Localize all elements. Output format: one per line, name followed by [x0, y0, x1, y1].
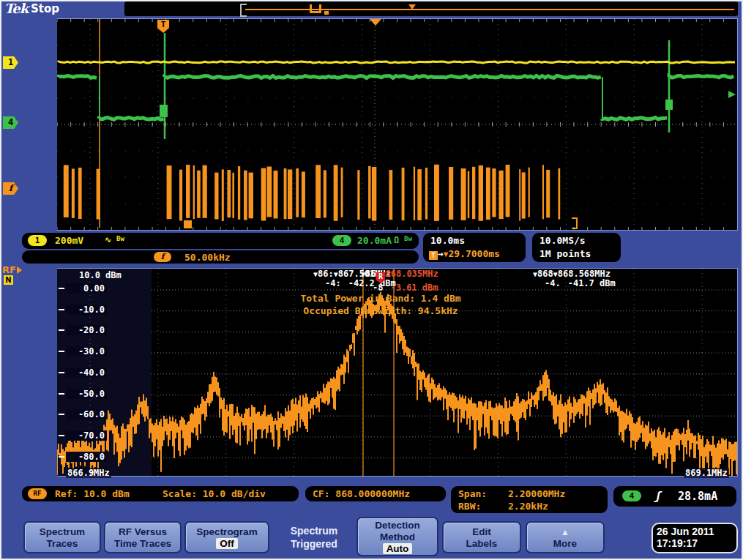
button-label: Time Traces: [105, 538, 180, 549]
occluded-marker-text: -4:: [325, 279, 341, 288]
delay-value: 29.7000ms: [448, 248, 499, 259]
y-tick-icon: [59, 329, 64, 331]
menu-button-rf-versus-time[interactable]: RF Versus Time Traces: [104, 521, 182, 553]
ref-level-label: 10.0 dBm: [79, 270, 122, 280]
coupling-icon: ∿: [105, 235, 111, 244]
channel4-badge[interactable]: 4: [332, 235, 351, 246]
channel4-marker[interactable]: 4: [3, 116, 18, 129]
menu-button-spectrogram[interactable]: Spectrogram Off: [184, 521, 269, 553]
y-tick-icon: [59, 393, 64, 395]
freq-stop-label: 869.1MHz: [684, 468, 729, 478]
horizontal-scale: 10.0ms: [430, 235, 465, 246]
acquisition-window-bracket-icon: [240, 4, 247, 17]
trigger-position-marker-icon[interactable]: [408, 4, 416, 10]
time-domain-traces: [57, 19, 737, 230]
label-line: Spectrum: [274, 525, 354, 537]
reference-marker-readout[interactable]: ▼86R868.035MHz -8-3.61 dBm: [361, 269, 438, 293]
arrow-icon: →: [438, 248, 444, 259]
y-axis-label: -40.0: [66, 367, 107, 378]
time-domain-graticule: [57, 18, 738, 231]
y-axis-label: -60.0: [66, 409, 107, 419]
up-arrow-icon: ▲: [561, 527, 570, 537]
acquisition-square-marker-icon: [324, 11, 329, 15]
menu-button-spectrum-traces[interactable]: Spectrum Traces: [23, 521, 101, 553]
date-value: 26 Jun 2011: [657, 526, 733, 537]
y-tick-icon: [59, 288, 64, 289]
horizontal-readout-box: 10.0ms T→▼29.7000ms: [423, 233, 526, 262]
center-frequency-readout: CF: 868.000000MHz: [313, 488, 410, 499]
trigger-icon: T: [429, 251, 438, 260]
channel1-marker[interactable]: 1: [3, 56, 18, 69]
reference-marker-badge: R: [376, 272, 385, 283]
rf-badge[interactable]: RF: [28, 488, 47, 499]
button-label: Edit: [444, 526, 520, 537]
bandwidth-limit-icon: Bw: [116, 235, 124, 242]
occluded-marker-text: -4.: [545, 279, 561, 288]
channel-readout-box: 1 200mV ∿ Bw 4 20.0mA Ω Bw: [22, 233, 419, 249]
expansion-point-marker-icon[interactable]: [370, 19, 381, 26]
menu-button-detection-method[interactable]: Detection Method Auto: [356, 517, 438, 556]
acquisition-preview-bar: [124, 1, 738, 16]
rf-badge[interactable]: f: [154, 252, 171, 262]
trigger-source-badge[interactable]: 4: [622, 490, 641, 501]
marker-b-readout[interactable]: ▼868▼868.568MHz -4.-41.7 dBm: [533, 269, 616, 288]
y-axis-label: -20.0: [66, 325, 107, 335]
label-line: Triggered: [274, 538, 354, 550]
oscilloscope-screen: Tek Stop T 1 4 f 1 200mV ∿ Bw 4 20.0mA Ω…: [0, 0, 743, 560]
y-tick-icon: [59, 372, 64, 373]
span-rbw-box: Span: 2.20000MHz RBW: 2.20kHz: [451, 486, 608, 513]
bandwidth-limit-icon: Bw: [404, 235, 412, 242]
span-label: Span:: [458, 488, 487, 499]
occluded-marker-text: -8: [373, 283, 383, 293]
datetime-display: 26 Jun 2011 17:19:17: [651, 523, 738, 553]
menu-button-edit-labels[interactable]: Edit Labels: [442, 521, 521, 553]
button-label: Labels: [444, 538, 520, 549]
button-label: Spectrum: [25, 526, 100, 537]
impedance-icon: Ω: [394, 235, 399, 245]
y-axis-label: -80.0: [66, 452, 107, 462]
y-axis-label: -70.0: [66, 430, 107, 441]
acquisition-status: Stop: [31, 2, 59, 15]
rf-arrow-icon: [17, 266, 22, 274]
rf-channel-marker[interactable]: RF N: [2, 264, 24, 288]
y-tick-icon: [59, 309, 64, 310]
trigger-level-value: 28.8mA: [678, 490, 717, 503]
acquisition-readout-box: 10.0MS/s 1M points: [532, 233, 621, 262]
rf-frequency-marker[interactable]: f: [3, 182, 18, 195]
total-power-annotation: Total Power in Band: 1.4 dBm: [220, 293, 542, 304]
expansion-window-marker-icon[interactable]: [310, 4, 321, 13]
span-value: 2.20000MHz: [508, 488, 565, 499]
button-label: RF Versus: [105, 526, 180, 537]
ref-level-readout: Ref: 10.0 dBm: [55, 488, 130, 499]
button-value: Off: [216, 538, 238, 549]
button-value: Auto: [383, 543, 413, 554]
marker-amplitude: -41.7 dBm: [568, 278, 616, 288]
marker-frequency: 868.035MHz: [385, 269, 438, 279]
channel4-scale: 20.0mA: [357, 235, 392, 246]
time-value: 17:19:17: [657, 537, 733, 549]
rf-level-readout-box: RF Ref: 10.0 dBm Scale: 10.0 dB/div: [22, 486, 299, 501]
marker-frequency: 868.568MHz: [558, 269, 611, 279]
y-axis-label: -10.0: [66, 305, 107, 315]
channel1-scale: 200mV: [55, 235, 83, 246]
occupied-bandwidth-annotation: Occupied Bandwidth: 94.5kHz: [220, 305, 542, 316]
trigger-slope-icon: ʃ: [654, 489, 662, 503]
y-tick-icon: [59, 456, 64, 458]
occluded-marker-text: 86:: [318, 269, 334, 279]
y-axis-label: -30.0: [66, 346, 107, 356]
freq-start-label: 866.9MHz: [66, 468, 111, 478]
channel1-badge[interactable]: 1: [28, 235, 47, 246]
trigger-readout-box: 4 ʃ 28.8mA: [613, 486, 736, 507]
button-label: Traces: [25, 538, 100, 549]
rf-label: RF: [2, 264, 16, 275]
menu-button-more[interactable]: ▲ More: [526, 521, 605, 553]
button-label: More: [527, 538, 603, 549]
y-tick-icon: [59, 414, 64, 415]
button-label: Spectrogram: [186, 526, 268, 537]
spectrum-graticule: 10.0 dBm 0.00-10.0-20.0-30.0-40.0-50.0-6…: [57, 268, 738, 477]
button-label: Method: [358, 531, 437, 542]
record-length: 1M points: [539, 248, 591, 259]
y-tick-icon: [59, 435, 64, 436]
occluded-marker-text: 86: [365, 269, 376, 279]
center-frequency-box: CF: 868.000000MHz: [305, 486, 446, 501]
